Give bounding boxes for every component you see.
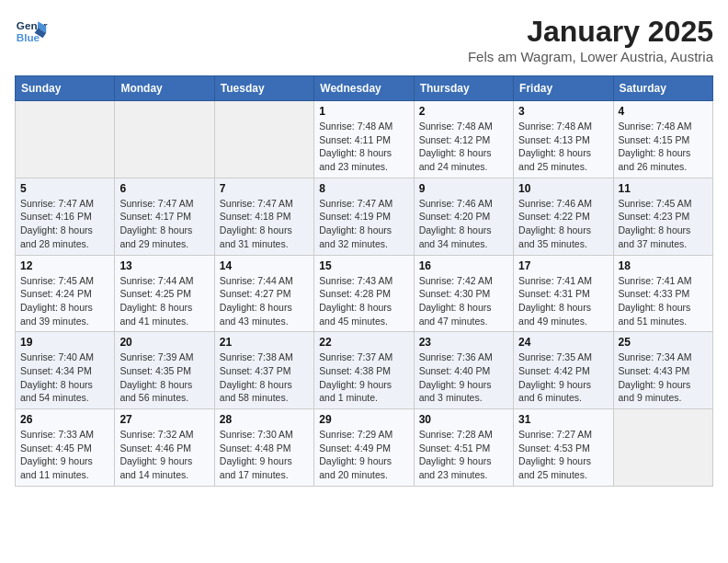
day-info: Sunrise: 7:38 AM Sunset: 4:37 PM Dayligh… (220, 350, 309, 405)
weekday-header-row: SundayMondayTuesdayWednesdayThursdayFrid… (16, 76, 713, 101)
calendar-cell (613, 409, 712, 487)
day-number: 10 (518, 182, 608, 195)
day-number: 20 (119, 336, 209, 349)
day-info: Sunrise: 7:27 AM Sunset: 4:53 PM Dayligh… (518, 428, 608, 482)
day-number: 19 (20, 336, 109, 349)
day-number: 16 (419, 259, 508, 272)
calendar-cell (214, 101, 313, 178)
day-info: Sunrise: 7:32 AM Sunset: 4:46 PM Dayligh… (119, 428, 209, 482)
calendar-week-2: 5Sunrise: 7:47 AM Sunset: 4:16 PM Daylig… (16, 178, 713, 255)
calendar-table: SundayMondayTuesdayWednesdayThursdayFrid… (15, 75, 713, 487)
calendar-cell: 15Sunrise: 7:43 AM Sunset: 4:28 PM Dayli… (314, 255, 414, 332)
day-info: Sunrise: 7:48 AM Sunset: 4:12 PM Dayligh… (419, 120, 508, 174)
day-info: Sunrise: 7:28 AM Sunset: 4:51 PM Dayligh… (419, 428, 508, 482)
page-title: January 2025 (468, 15, 713, 49)
calendar-cell: 6Sunrise: 7:47 AM Sunset: 4:17 PM Daylig… (115, 178, 214, 255)
day-info: Sunrise: 7:46 AM Sunset: 4:20 PM Dayligh… (419, 197, 508, 251)
day-info: Sunrise: 7:40 AM Sunset: 4:34 PM Dayligh… (20, 350, 109, 405)
title-block: January 2025 Fels am Wagram, Lower Austr… (468, 15, 713, 64)
weekday-header-friday: Friday (514, 76, 613, 101)
calendar-cell: 28Sunrise: 7:30 AM Sunset: 4:48 PM Dayli… (214, 409, 313, 487)
calendar-cell: 12Sunrise: 7:45 AM Sunset: 4:24 PM Dayli… (16, 255, 115, 332)
calendar-cell: 20Sunrise: 7:39 AM Sunset: 4:35 PM Dayli… (115, 332, 214, 409)
day-info: Sunrise: 7:47 AM Sunset: 4:16 PM Dayligh… (20, 197, 109, 251)
page-header: General Blue January 2025 Fels am Wagram… (15, 15, 713, 64)
calendar-cell: 11Sunrise: 7:45 AM Sunset: 4:23 PM Dayli… (613, 178, 712, 255)
logo: General Blue (15, 15, 48, 48)
day-info: Sunrise: 7:45 AM Sunset: 4:24 PM Dayligh… (20, 274, 109, 328)
weekday-header-saturday: Saturday (613, 76, 712, 101)
calendar-cell: 31Sunrise: 7:27 AM Sunset: 4:53 PM Dayli… (514, 409, 613, 487)
day-info: Sunrise: 7:43 AM Sunset: 4:28 PM Dayligh… (319, 274, 408, 328)
day-info: Sunrise: 7:48 AM Sunset: 4:13 PM Dayligh… (518, 120, 608, 174)
day-info: Sunrise: 7:48 AM Sunset: 4:11 PM Dayligh… (319, 120, 408, 174)
calendar-cell: 14Sunrise: 7:44 AM Sunset: 4:27 PM Dayli… (214, 255, 313, 332)
day-info: Sunrise: 7:37 AM Sunset: 4:38 PM Dayligh… (319, 350, 408, 405)
calendar-cell: 23Sunrise: 7:36 AM Sunset: 4:40 PM Dayli… (414, 332, 513, 409)
weekday-header-tuesday: Tuesday (214, 76, 313, 101)
calendar-cell: 8Sunrise: 7:47 AM Sunset: 4:19 PM Daylig… (314, 178, 414, 255)
calendar-week-1: 1Sunrise: 7:48 AM Sunset: 4:11 PM Daylig… (16, 101, 713, 178)
calendar-cell: 27Sunrise: 7:32 AM Sunset: 4:46 PM Dayli… (115, 409, 214, 487)
page-subtitle: Fels am Wagram, Lower Austria, Austria (468, 49, 713, 64)
calendar-cell: 21Sunrise: 7:38 AM Sunset: 4:37 PM Dayli… (214, 332, 313, 409)
day-info: Sunrise: 7:44 AM Sunset: 4:25 PM Dayligh… (119, 274, 209, 328)
day-info: Sunrise: 7:36 AM Sunset: 4:40 PM Dayligh… (419, 350, 508, 405)
day-info: Sunrise: 7:46 AM Sunset: 4:22 PM Dayligh… (518, 197, 608, 251)
calendar-cell: 4Sunrise: 7:48 AM Sunset: 4:15 PM Daylig… (613, 101, 712, 178)
day-number: 3 (518, 105, 608, 118)
calendar-cell: 25Sunrise: 7:34 AM Sunset: 4:43 PM Dayli… (613, 332, 712, 409)
day-number: 22 (319, 336, 408, 349)
day-number: 27 (119, 413, 209, 426)
weekday-header-monday: Monday (115, 76, 214, 101)
day-number: 7 (220, 182, 309, 195)
calendar-cell: 22Sunrise: 7:37 AM Sunset: 4:38 PM Dayli… (314, 332, 414, 409)
day-number: 31 (518, 413, 608, 426)
day-info: Sunrise: 7:47 AM Sunset: 4:17 PM Dayligh… (119, 197, 209, 251)
weekday-header-thursday: Thursday (414, 76, 513, 101)
day-info: Sunrise: 7:29 AM Sunset: 4:49 PM Dayligh… (319, 428, 408, 482)
day-number: 24 (518, 336, 608, 349)
calendar-week-3: 12Sunrise: 7:45 AM Sunset: 4:24 PM Dayli… (16, 255, 713, 332)
day-info: Sunrise: 7:30 AM Sunset: 4:48 PM Dayligh… (220, 428, 309, 482)
day-info: Sunrise: 7:39 AM Sunset: 4:35 PM Dayligh… (119, 350, 209, 405)
day-number: 5 (20, 182, 109, 195)
day-number: 13 (119, 259, 209, 272)
calendar-cell: 16Sunrise: 7:42 AM Sunset: 4:30 PM Dayli… (414, 255, 513, 332)
weekday-header-sunday: Sunday (16, 76, 115, 101)
day-info: Sunrise: 7:41 AM Sunset: 4:31 PM Dayligh… (518, 274, 608, 328)
day-number: 12 (20, 259, 109, 272)
calendar-cell: 10Sunrise: 7:46 AM Sunset: 4:22 PM Dayli… (514, 178, 613, 255)
day-number: 4 (619, 105, 708, 118)
weekday-header-wednesday: Wednesday (314, 76, 414, 101)
day-number: 28 (220, 413, 309, 426)
day-number: 2 (419, 105, 508, 118)
calendar-cell: 1Sunrise: 7:48 AM Sunset: 4:11 PM Daylig… (314, 101, 414, 178)
day-info: Sunrise: 7:45 AM Sunset: 4:23 PM Dayligh… (619, 197, 708, 251)
day-info: Sunrise: 7:42 AM Sunset: 4:30 PM Dayligh… (419, 274, 508, 328)
calendar-cell: 30Sunrise: 7:28 AM Sunset: 4:51 PM Dayli… (414, 409, 513, 487)
calendar-cell: 3Sunrise: 7:48 AM Sunset: 4:13 PM Daylig… (514, 101, 613, 178)
day-info: Sunrise: 7:48 AM Sunset: 4:15 PM Dayligh… (619, 120, 708, 174)
day-number: 6 (119, 182, 209, 195)
day-number: 25 (619, 336, 708, 349)
calendar-cell: 5Sunrise: 7:47 AM Sunset: 4:16 PM Daylig… (16, 178, 115, 255)
day-number: 8 (319, 182, 408, 195)
day-info: Sunrise: 7:33 AM Sunset: 4:45 PM Dayligh… (20, 428, 109, 482)
calendar-week-5: 26Sunrise: 7:33 AM Sunset: 4:45 PM Dayli… (16, 409, 713, 487)
day-number: 23 (419, 336, 508, 349)
calendar-cell: 26Sunrise: 7:33 AM Sunset: 4:45 PM Dayli… (16, 409, 115, 487)
calendar-cell: 19Sunrise: 7:40 AM Sunset: 4:34 PM Dayli… (16, 332, 115, 409)
calendar-cell: 13Sunrise: 7:44 AM Sunset: 4:25 PM Dayli… (115, 255, 214, 332)
calendar-cell: 29Sunrise: 7:29 AM Sunset: 4:49 PM Dayli… (314, 409, 414, 487)
day-number: 30 (419, 413, 508, 426)
day-info: Sunrise: 7:44 AM Sunset: 4:27 PM Dayligh… (220, 274, 309, 328)
calendar-week-4: 19Sunrise: 7:40 AM Sunset: 4:34 PM Dayli… (16, 332, 713, 409)
day-number: 1 (319, 105, 408, 118)
day-info: Sunrise: 7:41 AM Sunset: 4:33 PM Dayligh… (619, 274, 708, 328)
day-number: 21 (220, 336, 309, 349)
day-number: 14 (220, 259, 309, 272)
day-info: Sunrise: 7:47 AM Sunset: 4:19 PM Dayligh… (319, 197, 408, 251)
day-info: Sunrise: 7:47 AM Sunset: 4:18 PM Dayligh… (220, 197, 309, 251)
logo-icon: General Blue (15, 15, 48, 48)
